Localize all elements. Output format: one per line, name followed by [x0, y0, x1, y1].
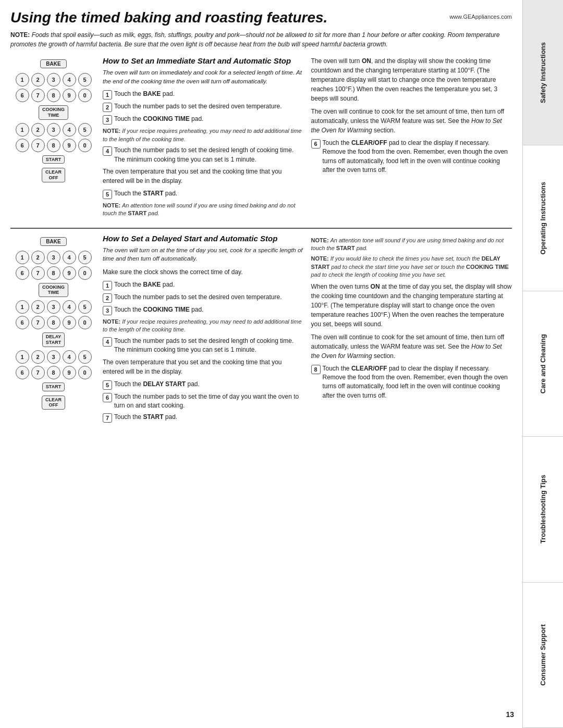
keypad-row-4: 6 7 8 9 0: [16, 139, 92, 152]
note-1-preheating: NOTE: If your recipe requires preheating…: [103, 127, 304, 143]
keypad-row-1: 1 2 3 4 5: [16, 73, 92, 87]
step-1-3: 3 Touch the COOKING TIME pad.: [103, 115, 304, 125]
right-sidebar: Safety Instructions Operating Instructio…: [522, 0, 563, 728]
step-2-4: 4 Touch the number pads to set the desir…: [103, 337, 304, 355]
sidebar-care: Care and Cleaning: [523, 291, 563, 437]
keypad-row-9: 1 2 3 4 5: [16, 350, 92, 364]
bake-btn-1: BAKE: [40, 59, 66, 68]
page-title: Using the timed baking and roasting feat…: [10, 9, 327, 26]
left-col-1: How to Set an Immediate Start and Automa…: [103, 56, 304, 220]
sidebar-consumer: Consumer Support: [523, 583, 563, 728]
step-2-6: 6 Touch the number pads to set the time …: [103, 392, 304, 411]
step-1-6: 6 Touch the CLEAR/OFF pad to clear the d…: [311, 139, 512, 175]
left-col-2: How to Set a Delayed Start and Automatic…: [103, 234, 304, 426]
step-1-4: 4 Touch the number pads to set the desir…: [103, 146, 304, 164]
step-1-1: 1 Touch the BAKE pad.: [103, 90, 304, 100]
step-1-5: 5 Touch the START pad.: [103, 189, 304, 199]
section-divider: [10, 228, 512, 229]
note-2-check-times: NOTE: If you would like to check the tim…: [311, 255, 512, 279]
keypad-row-5: 1 2 3 4 5: [16, 251, 92, 264]
sidebar-safety-label: Safety Instructions: [539, 42, 547, 103]
keypad-row-3: 1 2 3 4 5: [16, 123, 92, 137]
keypad-row-7: 1 2 3 4 5: [16, 300, 92, 314]
main-content: Using the timed baking and roasting feat…: [0, 0, 522, 728]
title-area: Using the timed baking and roasting feat…: [10, 9, 512, 26]
start-btn-2: START: [42, 382, 65, 391]
sidebar-care-label: Care and Cleaning: [539, 334, 547, 393]
section-1-heading: How to Set an Immediate Start and Automa…: [103, 56, 304, 65]
note-2-preheating: NOTE: If your recipe requires preheating…: [103, 318, 304, 334]
right-para-1-1: The oven will turn ON, and the display w…: [311, 56, 512, 103]
right-para-2-2: The oven will continue to cook for the s…: [311, 332, 512, 361]
bake-btn-2: BAKE: [40, 237, 66, 246]
keypad-row-8: 6 7 8 9 0: [16, 316, 92, 329]
instructions-section-1: How to Set an Immediate Start and Automa…: [103, 56, 512, 220]
section-1-intro: The oven will turn on immediately and co…: [103, 68, 304, 85]
clock-note: Make sure the clock shows the correct ti…: [103, 267, 304, 277]
main-note: NOTE: Foods that spoil easily—such as mi…: [10, 30, 512, 49]
right-col-2: NOTE: An attention tone will sound if yo…: [311, 234, 512, 426]
right-col-1: The oven will turn ON, and the display w…: [311, 56, 512, 220]
section-2-intro: The oven will turn on at the time of day…: [103, 246, 304, 263]
delay-start-btn: DELAYSTART: [42, 332, 65, 347]
cooking-time-btn-1: COOKINGTIME: [39, 105, 68, 120]
sidebar-troubleshooting: Troubleshooting Tips: [523, 437, 563, 582]
keypad-row-10: 6 7 8 9 0: [16, 366, 92, 379]
step-1-2: 2 Touch the number pads to set the desir…: [103, 102, 304, 112]
step-2-5: 5 Touch the DELAY START pad.: [103, 380, 304, 390]
step-2-7: 7 Touch the START pad.: [103, 413, 304, 423]
keypad-diagram-2: BAKE 1 2 3 4 5 6 7 8 9 0 COOKINGTIME: [10, 234, 96, 426]
website-url: www.GEAppliances.com: [449, 14, 512, 20]
right-para-2-1: When the oven turns ON at the time of da…: [311, 282, 512, 329]
sidebar-safety: Safety Instructions: [523, 0, 563, 145]
keypad-diagram-1: BAKE 1 2 3 4 5 6 7 8 9 0 COOKINGTIME: [10, 56, 96, 220]
section-immediate-start: BAKE 1 2 3 4 5 6 7 8 9 0 COOKINGTIME: [10, 56, 512, 220]
step-2-8: 8 Touch the CLEAR/OFF pad to clear the d…: [311, 364, 512, 401]
sidebar-consumer-label: Consumer Support: [539, 624, 547, 686]
section-2-heading: How to Set a Delayed Start and Automatic…: [103, 234, 304, 243]
section-delayed-start: BAKE 1 2 3 4 5 6 7 8 9 0 COOKINGTIME: [10, 234, 512, 426]
sidebar-operating: Operating Instructions: [523, 145, 563, 291]
page-number: 13: [506, 710, 514, 719]
cooking-time-btn-2: COOKINGTIME: [39, 283, 68, 298]
clear-off-btn-2: CLEAROFF: [42, 396, 65, 410]
display-note-2: The oven temperature that you set and th…: [103, 357, 304, 376]
instructions-section-2: How to Set a Delayed Start and Automatic…: [103, 234, 512, 426]
step-2-2: 2 Touch the number pads to set the desir…: [103, 293, 304, 303]
display-note-1: The oven temperature that you set and th…: [103, 167, 304, 186]
sidebar-operating-label: Operating Instructions: [539, 182, 547, 254]
start-btn-1: START: [42, 155, 65, 164]
right-para-1-2: The oven will continue to cook for the s…: [311, 107, 512, 135]
note-2-attention: NOTE: An attention tone will sound if yo…: [311, 237, 512, 253]
keypad-row-6: 6 7 8 9 0: [16, 266, 92, 280]
sidebar-troubleshooting-label: Troubleshooting Tips: [539, 475, 547, 544]
step-2-1: 1 Touch the BAKE pad.: [103, 280, 304, 290]
note-1-attention: NOTE: An attention tone will sound if yo…: [103, 202, 304, 218]
keypad-row-2: 6 7 8 9 0: [16, 89, 92, 102]
step-2-3: 3 Touch the COOKING TIME pad.: [103, 305, 304, 315]
clear-off-btn-1: CLEAROFF: [42, 168, 65, 182]
